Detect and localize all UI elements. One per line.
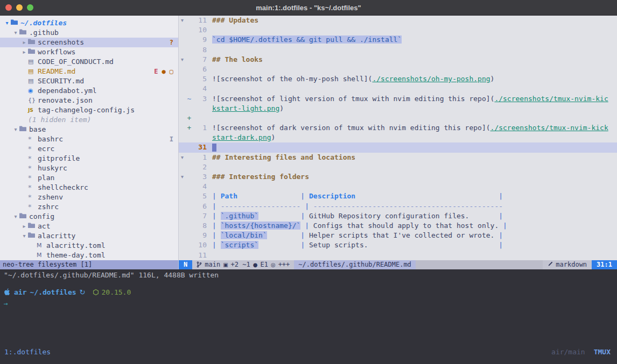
tree-item-label: .github xyxy=(29,28,59,38)
tree-file-tag-changelog-config-js[interactable]: JStag-changelog-config.js xyxy=(0,105,178,115)
line-text: | Path | Description | xyxy=(207,191,617,201)
tree-item-label: zshrc xyxy=(38,202,59,212)
tree-item-label: gitprofile xyxy=(38,154,80,163)
editor-lines[interactable]: ▾ 11### Updates 10 9`cd $HOME/.dotfiles … xyxy=(179,16,617,260)
tree-file-zshenv[interactable]: *zshenv xyxy=(0,192,178,202)
tree-folder-act[interactable]: ▸act xyxy=(0,222,178,231)
editor-line[interactable]: 7| `.github` | GitHub Repository configu… xyxy=(179,211,617,221)
tree-file-theme-day-toml[interactable]: Mtheme-day.toml xyxy=(0,251,178,260)
tmux-label: TMUX xyxy=(594,348,611,356)
git-sign xyxy=(186,202,193,211)
line-text xyxy=(207,84,617,94)
text-segment: | xyxy=(258,241,309,249)
line-number: 5 xyxy=(193,74,207,84)
minimize-button[interactable] xyxy=(16,4,23,11)
tree-file-plan[interactable]: *plan xyxy=(0,173,178,183)
tree-folder-github[interactable]: ▾.github xyxy=(0,28,178,38)
editor-line[interactable]: 5![screenshot of the oh-my-posh shell](.… xyxy=(179,74,617,84)
editor-line[interactable]: 4 xyxy=(179,84,617,94)
fold-marker-icon xyxy=(179,211,186,221)
line-number: 5 xyxy=(193,191,207,201)
editor-line[interactable]: ▾ 1## Interesting files and locations xyxy=(179,153,617,162)
tree-file-security-md[interactable]: ▤SECURITY.md xyxy=(0,76,178,86)
editor-line[interactable]: 5| Path | Description | xyxy=(179,191,617,201)
line-text: ### Updates xyxy=(207,16,617,25)
text-segment: `local/bin` xyxy=(221,231,267,239)
titlebar: main:1:.dotfiles - "ks~/.dotfiles" xyxy=(0,0,617,16)
branch-icon xyxy=(197,260,202,269)
line-number: 4 xyxy=(193,182,207,191)
editor-line[interactable]: 31 xyxy=(179,142,617,152)
editor-line[interactable]: 10| `scripts` | Setup scripts. | xyxy=(179,240,617,250)
editor-line[interactable]: kstart-light.png) xyxy=(179,104,617,113)
zoom-button[interactable] xyxy=(27,4,33,11)
line-number: 31 xyxy=(193,142,207,152)
text-segment: ![screenshot of dark version of tmux wit… xyxy=(212,124,490,132)
tree-folder-workflows[interactable]: ▸workflows xyxy=(0,47,178,57)
tree-folder-screenshots[interactable]: ▸screenshots? xyxy=(0,38,178,47)
editor-line[interactable]: start-dark.png) xyxy=(179,133,617,142)
tmux-session-label: air/main xyxy=(551,348,585,356)
line-number: 11 xyxy=(193,16,207,25)
tree-file-dependabot-yml[interactable]: ◉dependabot.yml xyxy=(0,86,178,96)
text-segment: `hosts/{hostname}/` xyxy=(221,222,301,230)
tree-indent xyxy=(20,115,28,125)
editor-line[interactable]: + xyxy=(179,113,617,123)
text-segment: ) xyxy=(271,133,276,141)
editor-line[interactable]: 4 xyxy=(179,182,617,191)
tree-file-shellcheckrc[interactable]: *shellcheckrc xyxy=(0,183,178,192)
diag-icon: ● xyxy=(253,260,258,269)
shell-area[interactable]: air ~/.dotfiles ↻ 20.15.0 → xyxy=(0,281,617,343)
apple-icon xyxy=(4,288,11,296)
tree-item-label: ecrc xyxy=(38,144,54,154)
tree-file-renovate-json[interactable]: {}renovate.json xyxy=(0,96,178,105)
traffic-lights xyxy=(0,4,33,11)
line-text xyxy=(207,25,617,35)
tree-file-ecrc[interactable]: *ecrc xyxy=(0,144,178,154)
fold-marker-icon xyxy=(179,45,186,55)
editor-line[interactable]: 6| ------------------- | ---------------… xyxy=(179,202,617,211)
tree-file-alacritty-toml[interactable]: Malacritty.toml xyxy=(0,241,178,251)
editor-line[interactable]: 9| `local/bin` | Helper scripts that I'v… xyxy=(179,231,617,240)
chevron-down-icon: ▾ xyxy=(12,28,19,38)
tree-file-code-of-conduct-md[interactable]: ▤CODE_OF_CONDUCT.md xyxy=(0,57,178,67)
tree-file-zshrc[interactable]: *zshrc xyxy=(0,202,178,212)
tmux-window-item[interactable]: 1:.dotfiles xyxy=(4,348,51,356)
editor-line[interactable]: ▾ 11### Updates xyxy=(179,16,617,25)
tree-file-huskyrc[interactable]: *huskyrc xyxy=(0,163,178,173)
editor-line[interactable]: 10 xyxy=(179,25,617,35)
editor-line[interactable]: 8 xyxy=(179,45,617,55)
text-segment: | xyxy=(494,231,503,239)
tree-note-1-hidden-item[interactable]: (1 hidden item) xyxy=(0,115,178,125)
tmux-statusbar: 1:.dotfiles air/main TMUX xyxy=(0,343,617,364)
editor-line[interactable]: ▾ 3### Interesting folders xyxy=(179,172,617,182)
tree-folder-alacritty[interactable]: ▾alacritty xyxy=(0,231,178,241)
line-text xyxy=(207,251,617,260)
editor-line[interactable]: +1![screenshot of dark version of tmux w… xyxy=(179,123,617,133)
editor-line[interactable]: ▾ 7## The looks xyxy=(179,55,617,65)
tree-file-bashrc[interactable]: *bashrcI xyxy=(0,134,178,144)
editor-line[interactable]: 9`cd $HOME/.dotfiles && git pull && ./in… xyxy=(179,35,617,45)
tree-file-readme-md[interactable]: ▤README.mdE●▢ xyxy=(0,67,178,76)
line-number: 3 xyxy=(193,94,207,104)
editor-line[interactable]: ~3![screenshot of light version of tmux … xyxy=(179,94,617,104)
tree-folder-dotfiles[interactable]: ▾~/.dotfiles xyxy=(0,18,178,28)
git-hunks-text: +++ xyxy=(278,260,290,269)
tree-folder-base[interactable]: ▾base xyxy=(0,125,178,134)
editor-line[interactable]: 6 xyxy=(179,65,617,74)
close-button[interactable] xyxy=(5,4,12,11)
line-number: 6 xyxy=(193,65,207,74)
tree-item-label: zshenv xyxy=(38,192,63,202)
editor-line[interactable]: 8| `hosts/{hostname}/` | Configs that sh… xyxy=(179,221,617,231)
editor-line[interactable]: 2 xyxy=(179,162,617,172)
git-buffer-text: +2 ~1 xyxy=(231,260,250,269)
cmdline-message: "~/.dotfiles/.github/README.md" 116L, 44… xyxy=(0,269,617,281)
editor-pane[interactable]: ▾ 11### Updates 10 9`cd $HOME/.dotfiles … xyxy=(179,16,617,269)
tree-folder-config[interactable]: ▾config xyxy=(0,212,178,222)
tree-indent xyxy=(20,67,28,76)
tree-file-gitprofile[interactable]: *gitprofile xyxy=(0,154,178,163)
editor-line[interactable]: 11 xyxy=(179,251,617,260)
folder-icon xyxy=(19,28,29,38)
fold-marker-icon xyxy=(179,231,186,240)
fold-marker-icon xyxy=(179,191,186,201)
